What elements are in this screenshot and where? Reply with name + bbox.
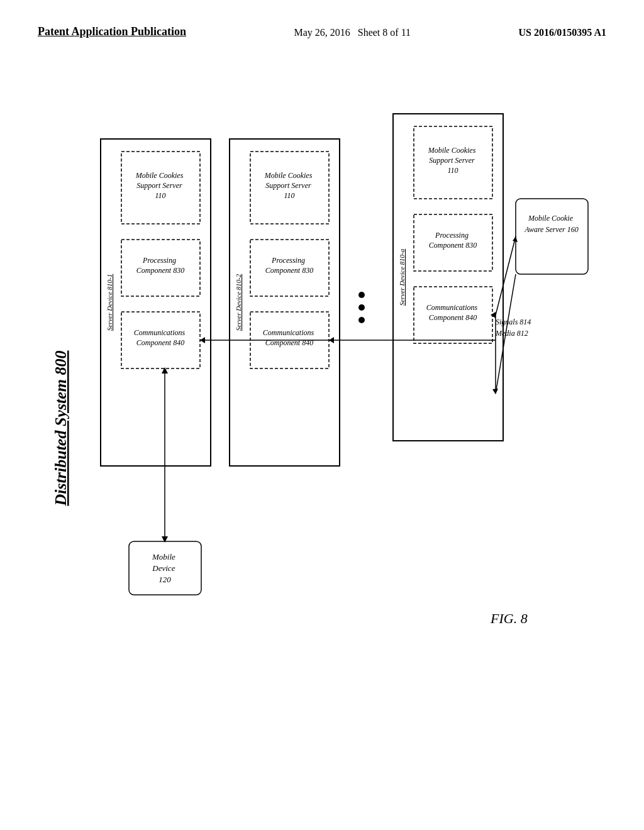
fig8-label: FIG. 8 bbox=[490, 611, 528, 626]
svg-point-18 bbox=[358, 304, 365, 311]
publication-title: Patent Application Publication bbox=[38, 25, 186, 38]
svg-text:Server Device 810-a: Server Device 810-a bbox=[398, 248, 406, 306]
svg-text:Server Device 810-1: Server Device 810-1 bbox=[106, 274, 113, 331]
svg-point-17 bbox=[358, 292, 365, 298]
svg-rect-33 bbox=[516, 199, 588, 274]
page-header: Patent Application Publication May 26, 2… bbox=[0, 0, 644, 45]
publication-date: May 26, 2016 bbox=[294, 27, 350, 38]
svg-text:Server Device 810-2: Server Device 810-2 bbox=[235, 274, 242, 331]
svg-point-19 bbox=[358, 317, 365, 323]
patent-number: US 2016/0150395 A1 bbox=[518, 27, 606, 38]
sheet-info: Sheet 8 of 11 bbox=[358, 27, 411, 38]
header-center: May 26, 2016 Sheet 8 of 11 bbox=[294, 27, 411, 38]
main-title: Distributed System 800 bbox=[52, 350, 70, 506]
diagram-main: Distributed System 800 Server Device 810… bbox=[31, 76, 597, 768]
main-content: Distributed System 800 Server Device 810… bbox=[0, 45, 644, 805]
